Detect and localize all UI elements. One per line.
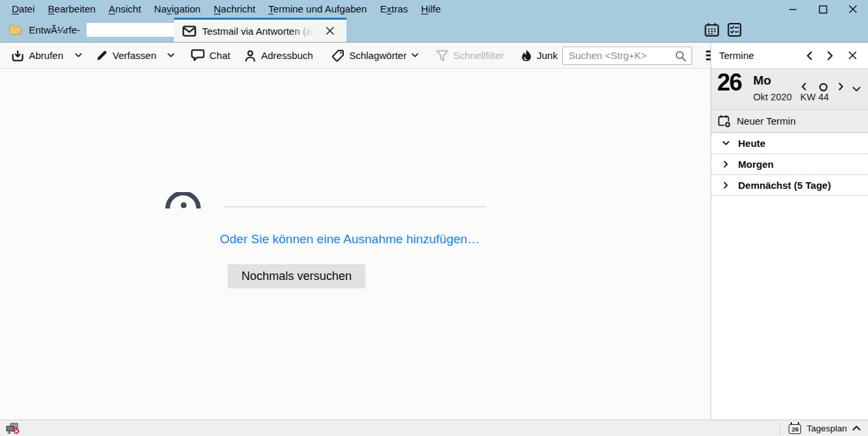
menu-bearbeiten[interactable]: Bearbeiten [41,1,102,18]
previous-day-button[interactable] [798,80,809,93]
retry-button[interactable]: Nochmals versuchen [228,264,365,288]
junk-button[interactable]: Junk [516,46,562,66]
pane-prev-button[interactable] [804,49,815,63]
status-bar: 26 Tagesplan [0,420,868,436]
menu-extras[interactable]: Extras [373,1,415,18]
menu-label-post: ermine und Aufgaben [274,3,367,14]
agenda-section-demnaechst[interactable]: Demnächst (5 Tage) [711,175,868,196]
agenda-section-label: Heute [738,138,766,149]
tags-label: Schlagwörter [349,50,407,61]
compose-dropdown[interactable] [162,49,180,62]
menu-hilfe[interactable]: Hilfe [415,1,447,18]
chat-label: Chat [209,50,230,61]
menu-label-key: v [167,3,172,14]
folder-rename-input[interactable] [87,23,181,37]
get-mail-button[interactable]: Abrufen [7,46,68,66]
chevron-down-icon [722,141,730,146]
window-controls [777,0,868,18]
quick-filter-button: Schnellfilter [431,47,509,65]
chat-button[interactable]: Chat [186,46,235,65]
quick-filter-label: Schnellfilter [453,50,505,61]
today-pane-header: Termine [711,43,868,69]
tags-button[interactable]: Schlagwörter [327,46,423,66]
menu-navigation[interactable]: Navigation [148,1,207,18]
minimize-button[interactable] [777,0,808,18]
get-mail-dropdown[interactable] [70,49,87,62]
flame-icon [521,49,532,62]
open-calendar-tab-button[interactable] [704,22,720,37]
menu-label-pre: E [380,3,386,14]
agenda-section-morgen[interactable]: Morgen [711,154,868,175]
compose-label: Verfassen [113,50,157,61]
tab-close-button[interactable] [323,24,337,37]
open-tasks-tab-button[interactable] [727,22,742,37]
maximize-button[interactable] [808,0,838,18]
chevron-down-icon [75,53,82,58]
tasks-icon [727,22,742,37]
pane-close-button[interactable] [846,49,859,62]
envelope-icon [182,26,196,37]
loading-arc-icon [165,192,201,210]
minimize-icon [789,5,797,14]
menu-label-key: B [48,3,54,14]
close-button[interactable] [838,0,868,18]
close-icon [848,51,857,60]
add-exception-link[interactable]: Oder Sie können eine Ausnahme hinzufügen… [220,232,480,247]
menu-label-key: N [214,3,221,14]
next-day-button[interactable] [836,80,846,93]
mini-calendar-icon: 26 [789,424,801,434]
day-plan-toggle[interactable]: 26 Tagesplan [779,422,861,434]
chevron-right-icon [827,51,833,60]
menu-datei[interactable]: Datei [5,1,41,18]
maximize-icon [819,5,827,14]
tab-folder[interactable]: EntwÃ¼rfe- [0,23,181,37]
left-column: Abrufen Verfassen Chat [0,43,711,420]
compose-button[interactable]: Verfassen [91,46,161,65]
menu-ansicht[interactable]: Ansicht [102,1,148,18]
calendar-icon [704,22,720,37]
chevron-down-icon [411,53,419,58]
menu-label-post: nsicht [115,3,141,14]
new-event-button[interactable]: Neuer Termin [711,109,868,133]
chevron-right-icon [722,161,730,168]
get-mail-icon [11,49,24,62]
menu-nachricht[interactable]: Nachricht [207,1,262,18]
folder-tab-label: EntwÃ¼rfe- [29,24,80,35]
address-book-button[interactable]: Adressbuch [239,46,318,66]
menu-label-post: ilfe [428,3,441,14]
mail-toolbar: Abrufen Verfassen Chat [0,43,711,69]
today-button[interactable] [816,80,831,94]
menubar: Datei Bearbeiten Ansicht Navigation Nach… [0,1,447,18]
chat-bubble-icon [191,49,205,62]
network-offline-icon[interactable] [5,422,20,435]
date-weekday: Mo [753,73,771,88]
close-icon [848,5,858,14]
search-icon [675,50,686,62]
search-input[interactable] [562,47,692,65]
calendar-plus-icon [718,115,731,128]
date-day-number: 26 [717,69,741,96]
agenda-section-label: Morgen [738,159,774,170]
agenda-section-label: Demnächst (5 Tage) [738,180,831,191]
menu-label-post: igation [172,3,201,14]
tab-title: Testmail via Antworten (also [202,26,318,37]
chevron-down-icon [167,53,175,58]
tab-message-active[interactable]: Testmail via Antworten (also [174,18,346,42]
minimonth-expand-button[interactable] [850,84,863,94]
agenda-section-heute[interactable]: Heute [711,133,868,154]
titlebar: Datei Bearbeiten Ansicht Navigation Nach… [0,0,868,18]
today-pane: Termine 26 Mo Okt 2020 KW 44 [711,43,868,420]
menu-label-key: T [268,3,274,14]
pane-next-button[interactable] [825,49,836,63]
main-row: Abrufen Verfassen Chat [0,43,868,420]
chevron-down-icon [852,87,861,92]
global-search [562,47,692,65]
menu-label-key: H [421,3,428,14]
chevron-right-icon [722,182,730,189]
menu-termine-und-aufgaben[interactable]: Termine und Aufgaben [262,1,373,18]
content-divider [223,207,486,207]
menu-label-post: achricht [221,3,256,14]
get-mail-label: Abrufen [29,50,64,61]
menu-label-post: tras [392,3,408,14]
menu-label-key: x [386,3,392,14]
